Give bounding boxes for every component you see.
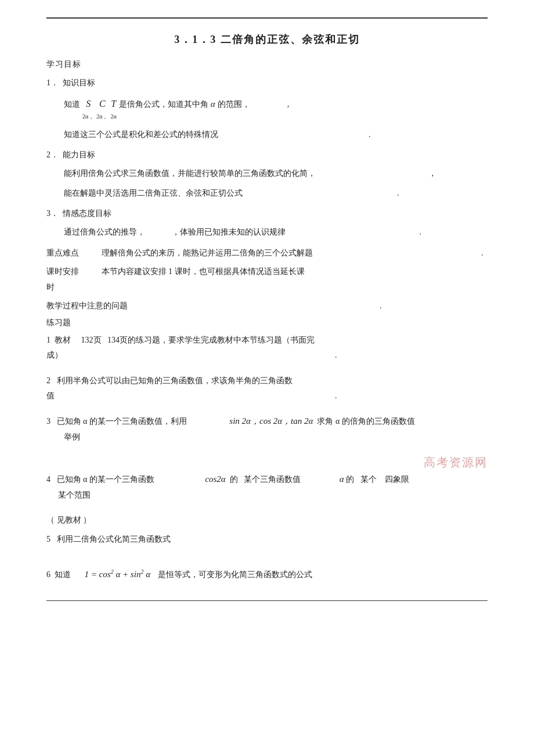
cos2a-formula: cos2α <box>205 474 225 484</box>
exercise-1-page: 132页 134页的练习题，要求学生完成教材中本节练习题（书面完成） . <box>46 336 337 359</box>
para-3: 教学过程中注意的问题 . <box>46 298 488 314</box>
item-3-label: 情感态度目标 <box>63 209 111 218</box>
exercise-3-num: 3 <box>46 417 55 426</box>
exercise-2: 2 利用半角公式可以由已知角的三角函数值，求该角半角的三角函数值 . <box>46 373 488 404</box>
sin-cos-tan-formula: sin 2α，cos 2α，tan 2α <box>229 416 313 426</box>
exercise-3-text: 已知角 α 的某一个三角函数值，利用 <box>57 417 228 426</box>
item-2: 2． 能力目标 能利用倍角公式求三角函数值，并能进行较简单的三角函数式的化简， … <box>46 147 488 200</box>
exercise-3-text2: 求角 α 的倍角的三角函数值 <box>315 417 415 426</box>
page-title: 3．1．3 二倍角的正弦、余弦和正切 <box>46 33 488 46</box>
item-1-label: 知识目标 <box>63 78 95 87</box>
objectives-label: 学习目标 <box>46 59 488 70</box>
item-2-num: 2． <box>46 147 60 163</box>
exercise-4-text2: 的 <box>228 475 242 484</box>
item-1: 1． 知识目标 知道 S 2α， C 2α， T 2α 是倍角公式，知道其中角 … <box>46 75 488 142</box>
exercises-label: 练习题 <box>46 318 488 328</box>
exercise-4-text6: 某个范围 <box>46 488 488 502</box>
top-rule <box>46 17 488 19</box>
alpha-4: α <box>340 474 344 484</box>
exercise-4-text1: 已知角 α 的某一个三角函数 <box>57 475 203 484</box>
alpha-1: α <box>211 95 215 113</box>
exercise-3: 3 已知角 α 的某一个三角函数值，利用 sin 2α，cos 2α，tan 2… <box>46 413 488 444</box>
exercise-6-text: 是恒等式，可变形为化简三角函数式的公式 <box>156 570 313 579</box>
item-3-num: 3． <box>46 206 60 222</box>
item-1-line2: 知道这三个公式是积化和差公式的特殊情况 . <box>46 127 488 142</box>
bottom-rule <box>46 600 488 601</box>
exercise-4-text3: 某个三角函数值 <box>244 475 337 484</box>
item-3: 3． 情感态度目标 通过倍角公式的推导， ，体验用已知推未知的认识规律 . <box>46 206 488 240</box>
identity-formula: 1 = cos2 α + sin2 α <box>85 570 153 579</box>
exercise-2-text: 利用半角公式可以由已知角的三角函数值，求该角半角的三角函数值 . <box>46 376 337 400</box>
S-symbol: S 2α， <box>82 95 94 123</box>
exercise-3-sublabel: 举例 <box>46 430 488 444</box>
exercise-5: 5 利用二倍角公式化简三角函数式 <box>46 532 488 547</box>
para-1: 重点难点 理解倍角公式的来历，能熟记并运用二倍角的三个公式解题 . <box>46 246 488 261</box>
exercise-1-num: 1 教材 <box>46 336 79 344</box>
item-3-line1: 通过倍角公式的推导， ，体验用已知推未知的认识规律 . <box>46 225 488 239</box>
exercise-6: 6 知道 1 = cos2 α + sin2 α 是恒等式，可变形为化简三角函数… <box>46 567 488 583</box>
item-2-label: 能力目标 <box>63 150 95 159</box>
exercise-4-num: 4 <box>46 475 55 484</box>
watermark: 高考资源网 <box>46 455 488 470</box>
exercise-4: 4 已知角 α 的某一个三角函数 cos2α 的 某个三角函数值 α 的 某个 … <box>46 471 488 502</box>
item-2-line1: 能利用倍角公式求三角函数值，并能进行较简单的三角函数式的化简， , <box>46 166 488 181</box>
exercise-1: 1 教材 132页 134页的练习题，要求学生完成教材中本节练习题（书面完成） … <box>46 333 488 363</box>
exercise-6-num: 6 知道 <box>46 570 79 579</box>
T-symbol: T 2α <box>111 95 117 123</box>
para-2: 课时安排 本节内容建议安排 1 课时，也可根据具体情况适当延长课时 <box>46 264 488 295</box>
item-2-line2: 能在解题中灵活选用二倍角正弦、余弦和正切公式 . <box>46 186 488 200</box>
exercise-4-text5: 某个 四象限 <box>360 475 409 484</box>
exercise-4-text4: 的 <box>346 475 358 484</box>
item-1-num: 1． <box>46 75 60 91</box>
item-1-line1: 知道 S 2α， C 2α， T 2α 是倍角公式，知道其中角 α 的范围， , <box>46 95 488 123</box>
C-symbol: C 2α， <box>96 95 108 123</box>
exercise-2-num: 2 <box>46 376 55 385</box>
exercise-5-text: 利用二倍角公式化简三角函数式 <box>57 535 171 543</box>
exercise-5-num: 5 <box>46 535 55 543</box>
note-section: （ 见教材 ） <box>46 513 488 528</box>
